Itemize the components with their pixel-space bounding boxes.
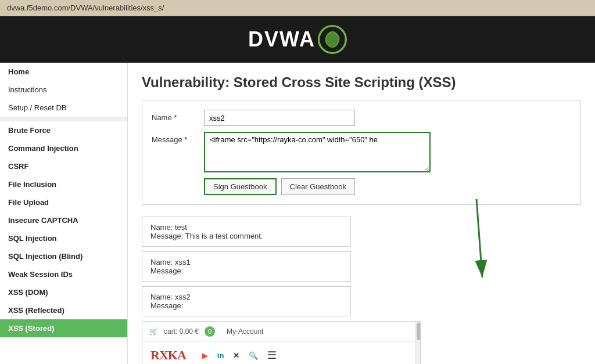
sidebar: Home Instructions Setup / Reset DB Brute… bbox=[0, 63, 128, 364]
sidebar-item-brute-force[interactable]: Brute Force bbox=[0, 121, 127, 139]
name-input[interactable] bbox=[204, 110, 355, 126]
search-icon: 🔍 bbox=[249, 351, 258, 360]
sidebar-item-xss-stored[interactable]: XSS (Stored) bbox=[0, 319, 127, 337]
linkedin-icon: in bbox=[217, 351, 224, 360]
sidebar-item-instructions[interactable]: Instructions bbox=[0, 81, 127, 99]
message-textarea[interactable]: <iframe src="https://rayka-co.com" width… bbox=[204, 132, 431, 172]
iframe-header: 🛒 cart: 0,00 € 0 My-Account bbox=[142, 322, 420, 342]
form-box: Name * Message * <iframe src="https://ra… bbox=[142, 100, 581, 205]
sidebar-item-csrf[interactable]: CSRF bbox=[0, 157, 127, 175]
sidebar-item-xss-dom[interactable]: XSS (DOM) bbox=[0, 283, 127, 301]
entry-message-2: Message: bbox=[150, 301, 342, 310]
message-row: Message * <iframe src="https://rayka-co.… bbox=[152, 132, 571, 172]
menu-icon: ☰ bbox=[267, 349, 277, 362]
site-header: DVWA bbox=[0, 16, 595, 63]
sidebar-item-sql-injection[interactable]: SQL Injection bbox=[0, 229, 127, 247]
guestbook-entry-1: Name: xss1 Message: bbox=[142, 251, 351, 282]
main-layout: Home Instructions Setup / Reset DB Brute… bbox=[0, 63, 595, 364]
iframe-brand-area: RXKA ▶ in ✕ 🔍 ☰ bbox=[142, 342, 420, 364]
sidebar-item-weak-session[interactable]: Weak Session IDs bbox=[0, 265, 127, 283]
cart-icon: 🛒 bbox=[149, 327, 158, 336]
iframe-preview: 🛒 cart: 0,00 € 0 My-Account RXKA ▶ in ✕ … bbox=[142, 321, 421, 364]
sidebar-item-sql-injection-blind[interactable]: SQL Injection (Blind) bbox=[0, 247, 127, 265]
entry-message-0: Message: This is a test comment. bbox=[150, 232, 342, 240]
dvwa-logo-icon bbox=[318, 25, 347, 54]
svg-line-2 bbox=[476, 199, 482, 277]
page-title: Vulnerability: Stored Cross Site Scripti… bbox=[142, 74, 581, 91]
entry-message-1: Message: bbox=[150, 266, 342, 275]
dvwa-logo: DVWA bbox=[248, 25, 347, 54]
entry-name-1: Name: xss1 bbox=[150, 258, 342, 266]
clear-guestbook-button[interactable]: Clear Guestbook bbox=[281, 178, 356, 195]
sidebar-item-file-inclusion[interactable]: File Inclusion bbox=[0, 175, 127, 193]
address-bar: dvwa.f5demo.com/DVWA/vulnerabilities/xss… bbox=[0, 0, 595, 16]
sidebar-item-xss-reflected[interactable]: XSS (Reflected) bbox=[0, 301, 127, 319]
my-account-text: My-Account bbox=[227, 327, 263, 336]
sidebar-item-setup-reset[interactable]: Setup / Reset DB bbox=[0, 99, 127, 117]
scrollbar-track[interactable] bbox=[415, 322, 420, 364]
entries-with-arrow: Name: test Message: This is a test comme… bbox=[142, 217, 581, 364]
name-row: Name * bbox=[152, 110, 571, 126]
cart-text: cart: 0,00 € bbox=[164, 327, 199, 336]
entry-name-0: Name: test bbox=[150, 223, 342, 232]
url-text: dvwa.f5demo.com/DVWA/vulnerabilities/xss… bbox=[7, 3, 164, 12]
form-buttons: Sign Guestbook Clear Guestbook bbox=[152, 178, 571, 195]
content-area: Vulnerability: Stored Cross Site Scripti… bbox=[128, 63, 595, 364]
sidebar-item-insecure-captcha[interactable]: Insecure CAPTCHA bbox=[0, 211, 127, 229]
name-label: Name * bbox=[152, 110, 204, 122]
sidebar-divider bbox=[0, 117, 127, 121]
scrollbar-thumb bbox=[417, 323, 420, 340]
message-label: Message * bbox=[152, 132, 204, 144]
x-icon: ✕ bbox=[233, 351, 239, 360]
sidebar-item-file-upload[interactable]: File Upload bbox=[0, 193, 127, 211]
brand-text: RXKA bbox=[150, 348, 186, 363]
sign-guestbook-button[interactable]: Sign Guestbook bbox=[204, 178, 277, 195]
sidebar-item-command-injection[interactable]: Command Injection bbox=[0, 139, 127, 157]
guestbook-entry-0: Name: test Message: This is a test comme… bbox=[142, 217, 351, 247]
logo-text: DVWA bbox=[248, 27, 316, 52]
entry-name-2: Name: xss2 bbox=[150, 293, 342, 301]
arrow-indicator bbox=[418, 193, 535, 286]
youtube-icon: ▶ bbox=[202, 351, 208, 360]
cart-badge: 0 bbox=[205, 326, 215, 337]
guestbook-entry-2: Name: xss2 Message: bbox=[142, 286, 351, 316]
sidebar-item-home[interactable]: Home bbox=[0, 63, 127, 81]
